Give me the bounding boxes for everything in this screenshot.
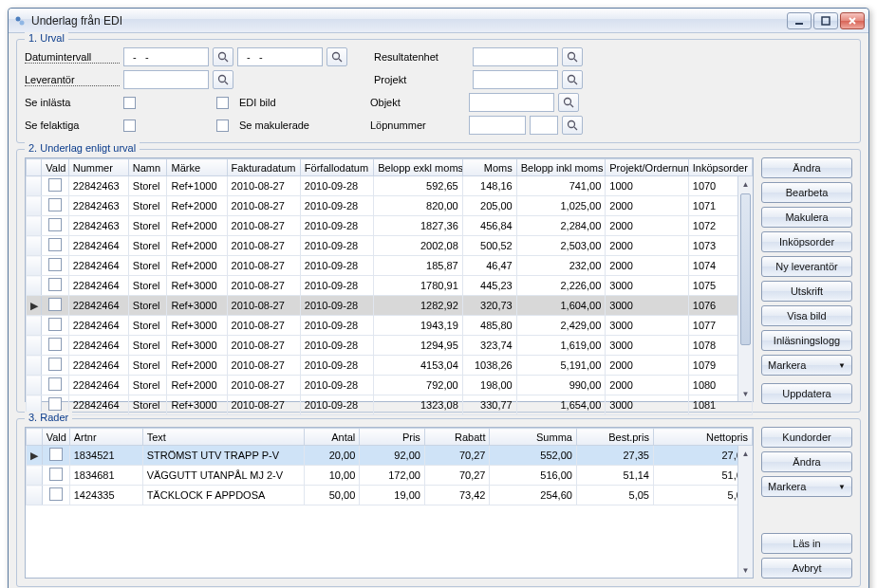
row-checkbox[interactable]: [48, 178, 62, 192]
underlag-col-4[interactable]: Fakturadatum: [227, 159, 300, 176]
objekt-input[interactable]: [469, 93, 554, 112]
leverantor-lookup[interactable]: [213, 70, 233, 89]
inlasningslogg-button[interactable]: Inläsningslogg: [761, 330, 852, 351]
projekt-input[interactable]: [473, 70, 558, 89]
scroll-down-icon[interactable]: ▼: [738, 562, 753, 578]
las-in-button[interactable]: Läs in: [761, 533, 852, 554]
row-checkbox[interactable]: [49, 448, 63, 461]
underlag-col-9[interactable]: Projekt/Ordernum: [606, 159, 688, 176]
avbryt-button[interactable]: Avbryt: [761, 558, 852, 579]
lopnummer-lookup[interactable]: [562, 116, 583, 135]
row-checkbox[interactable]: [48, 298, 62, 311]
projekt-lookup[interactable]: [562, 70, 583, 89]
row-checkbox[interactable]: [48, 278, 62, 291]
markera-rader-dropdown[interactable]: Markera▼: [761, 476, 852, 497]
row-checkbox[interactable]: [48, 397, 62, 411]
close-button[interactable]: [840, 12, 865, 29]
group-rader-title: 3. Rader: [25, 412, 72, 423]
rader-col-0[interactable]: Vald: [42, 429, 69, 446]
resultatenhet-lookup[interactable]: [562, 47, 583, 66]
rader-scrollbar[interactable]: ▲ ▼: [737, 446, 753, 578]
underlag-col-1[interactable]: Nummer: [68, 159, 128, 176]
checkbox-edi-bild[interactable]: [216, 97, 229, 109]
row-checkbox[interactable]: [48, 218, 62, 231]
table-row[interactable]: ▶1834521STRÖMST UTV TRAPP P-V20,0092,007…: [27, 446, 753, 466]
underlag-col-7[interactable]: Moms: [462, 159, 516, 176]
rader-col-7[interactable]: Best.pris: [576, 429, 653, 446]
visa-bild-button[interactable]: Visa bild: [761, 305, 852, 326]
table-row[interactable]: 22842464StorelRef+30002010-08-272010-09-…: [27, 395, 753, 415]
underlag-col-5[interactable]: Förfallodatum: [300, 159, 373, 176]
ny-leverantor-button[interactable]: Ny leverantör: [761, 256, 852, 277]
underlag-scrollbar[interactable]: ▲ ▼: [737, 176, 753, 401]
table-row[interactable]: 22842464StorelRef+20002010-08-272010-09-…: [27, 256, 753, 276]
row-checkbox[interactable]: [48, 318, 62, 331]
underlag-grid[interactable]: ValdNummerNamnMärkeFakturadatumFörfallod…: [25, 157, 754, 402]
scroll-down-icon[interactable]: ▼: [738, 386, 753, 401]
rader-col-3[interactable]: Antal: [305, 429, 360, 446]
bearbeta-button[interactable]: Bearbeta: [761, 182, 852, 203]
uppdatera-button[interactable]: Uppdatera: [761, 383, 852, 404]
table-row[interactable]: 22842464StorelRef+20002010-08-272010-09-…: [27, 376, 753, 395]
rader-grid[interactable]: ValdArtnrTextAntalPrisRabattSummaBest.pr…: [25, 427, 754, 579]
underlag-col-3[interactable]: Märke: [167, 159, 227, 176]
table-row[interactable]: ▶22842464StorelRef+30002010-08-272010-09…: [27, 296, 753, 316]
table-row[interactable]: 1834681VÄGGUTT UTANPÅL MJ 2-V10,00172,00…: [27, 466, 753, 486]
utskrift-button[interactable]: Utskrift: [761, 281, 852, 302]
maximize-button[interactable]: [813, 12, 838, 29]
lopnummer-input-2[interactable]: [530, 116, 558, 135]
table-row[interactable]: 22842464StorelRef+30002010-08-272010-09-…: [27, 316, 753, 336]
date-to-input[interactable]: [237, 47, 323, 66]
objekt-lookup[interactable]: [558, 93, 579, 112]
row-checkbox[interactable]: [48, 238, 62, 251]
checkbox-se-felaktiga[interactable]: [123, 119, 136, 132]
andra-button[interactable]: Ändra: [761, 157, 852, 178]
inkopsorder-button[interactable]: Inköpsorder: [761, 231, 852, 252]
table-row[interactable]: 22842464StorelRef+20002010-08-272010-09-…: [27, 356, 753, 376]
table-row[interactable]: 1424335TÄCKLOCK F APPDOSA50,0019,0073,42…: [27, 486, 753, 505]
minimize-button[interactable]: [787, 12, 812, 29]
label-resultatenhet: Resultatenhet: [374, 51, 469, 63]
date-from-lookup[interactable]: [213, 47, 233, 66]
date-from-input[interactable]: [123, 47, 209, 66]
table-row[interactable]: 22842463StorelRef+20002010-08-272010-09-…: [27, 216, 753, 236]
underlag-col-0[interactable]: Vald: [42, 159, 68, 176]
underlag-col-2[interactable]: Namn: [128, 159, 167, 176]
scroll-up-icon[interactable]: ▲: [738, 176, 753, 192]
rader-col-8[interactable]: Nettopris: [653, 429, 752, 446]
underlag-col-10[interactable]: Inköpsorder: [688, 159, 752, 176]
row-checkbox[interactable]: [49, 487, 63, 501]
underlag-col-6[interactable]: Belopp exkl moms: [374, 159, 463, 176]
table-row[interactable]: 22842463StorelRef+20002010-08-272010-09-…: [27, 196, 753, 216]
table-row[interactable]: 22842464StorelRef+30002010-08-272010-09-…: [27, 276, 753, 296]
scroll-up-icon[interactable]: ▲: [738, 446, 753, 461]
date-to-lookup[interactable]: [327, 47, 347, 66]
table-row[interactable]: 22842464StorelRef+30002010-08-272010-09-…: [27, 336, 753, 356]
row-checkbox[interactable]: [49, 468, 63, 481]
label-datumintervall: Datumintervall: [25, 51, 120, 64]
kundorder-button[interactable]: Kundorder: [761, 427, 852, 448]
row-checkbox[interactable]: [48, 377, 62, 391]
row-checkbox[interactable]: [48, 338, 62, 351]
scroll-thumb[interactable]: [740, 193, 751, 345]
rader-col-6[interactable]: Summa: [490, 429, 576, 446]
rader-col-2[interactable]: Text: [142, 429, 304, 446]
rader-col-5[interactable]: Rabatt: [424, 429, 490, 446]
table-row[interactable]: 22842463StorelRef+10002010-08-272010-09-…: [27, 176, 753, 196]
row-checkbox[interactable]: [48, 358, 62, 371]
row-checkbox[interactable]: [48, 258, 62, 271]
markera-dropdown[interactable]: Markera▼: [761, 355, 852, 376]
rader-col-4[interactable]: Pris: [360, 429, 425, 446]
resultatenhet-input[interactable]: [473, 47, 558, 66]
leverantor-input[interactable]: [123, 70, 209, 89]
label-edi-bild: EDI bild: [239, 97, 344, 108]
underlag-col-8[interactable]: Belopp inkl moms: [516, 159, 606, 176]
row-checkbox[interactable]: [48, 198, 62, 211]
rader-col-1[interactable]: Artnr: [69, 429, 142, 446]
checkbox-se-inlasta[interactable]: [123, 97, 136, 109]
checkbox-se-makulerade[interactable]: [216, 119, 229, 132]
makulera-button[interactable]: Makulera: [761, 207, 852, 228]
table-row[interactable]: 22842464StorelRef+20002010-08-272010-09-…: [27, 236, 753, 256]
lopnummer-input-1[interactable]: [469, 116, 526, 135]
andra-rader-button[interactable]: Ändra: [761, 451, 852, 472]
